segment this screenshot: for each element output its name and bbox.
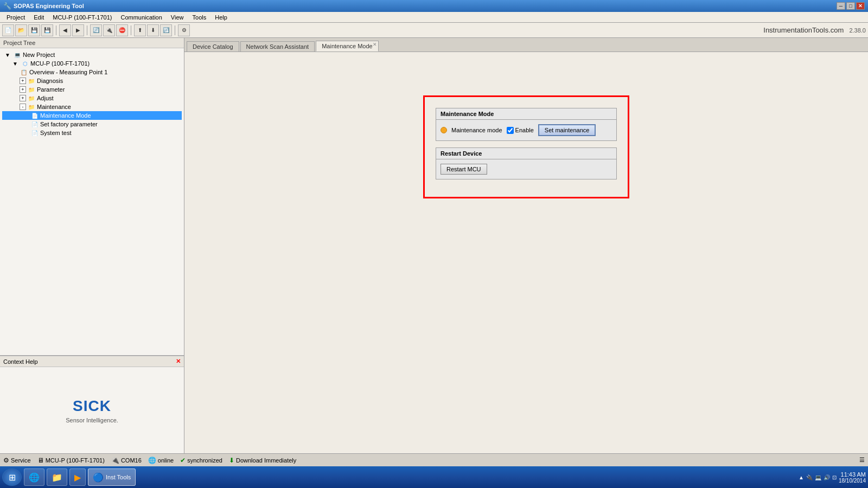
systray-volume[interactable]: 🔊 (824, 474, 830, 480)
tree-item-maintenance-mode[interactable]: 📄 Maintenance Mode (2, 111, 182, 120)
diagnosis-expand[interactable]: + (20, 78, 26, 84)
tab-device-catalog[interactable]: Device Catalog (187, 41, 239, 52)
toolbar-open[interactable]: 📂 (15, 24, 27, 36)
toolbar-refresh[interactable]: 🔄 (90, 24, 102, 36)
adjust-expand[interactable]: + (20, 95, 26, 101)
context-help-label: Context Help (3, 358, 38, 365)
toolbar-connect[interactable]: 🔌 (103, 24, 115, 36)
tree-item-root[interactable]: ▼ 💻 New Project (2, 50, 182, 59)
device-collapse-icon: ▼ (11, 60, 20, 67)
taskbar-ie[interactable]: 🌐 (24, 468, 44, 486)
maximize-button[interactable]: □ (846, 2, 855, 10)
menu-tools[interactable]: Tools (188, 13, 211, 22)
collapse-icon: ▼ (3, 51, 12, 59)
toolbar-settings[interactable]: ⚙ (178, 24, 190, 36)
content-area: Maintenance Mode Maintenance mode Enable… (184, 52, 868, 453)
device-icon: ⬡ (21, 60, 29, 67)
toolbar-new[interactable]: 📄 (2, 24, 14, 36)
tree-factory-param-label: Set factory parameter (40, 121, 98, 127)
maintenance-row: Maintenance mode Enable Set maintenance (441, 124, 612, 136)
tree-device-label: MCU-P (100-FT-1701) (30, 60, 90, 67)
taskbar: ⊞ 🌐 📁 ▶ 🔵 Inst Tools ▲ 🔌 💻 🔊 ⊡ 11:43 AM … (0, 466, 868, 488)
tab-maintenance-mode[interactable]: Maintenance Mode ✕ (316, 41, 379, 52)
diagnosis-folder-icon: 📁 (27, 77, 36, 85)
taskbar-explorer[interactable]: 📁 (47, 468, 67, 486)
tree-item-maintenance[interactable]: - 📁 Maintenance (2, 102, 182, 111)
clock-time: 11:43 AM (839, 471, 866, 478)
status-com: 🔌 COM16 (111, 457, 142, 464)
tab-close-icon[interactable]: ✕ (373, 42, 377, 47)
tab-network-scan[interactable]: Network Scan Assistant (240, 41, 315, 52)
restart-device-content: Restart MCU (436, 159, 616, 179)
tree-item-device[interactable]: ▼ ⬡ MCU-P (100-FT-1701) (2, 59, 182, 68)
sep2 (87, 25, 87, 35)
tree-item-factory-param[interactable]: 📄 Set factory parameter (2, 120, 182, 129)
statusbar-menu-icon[interactable]: ☰ (859, 457, 865, 463)
taskbar-media[interactable]: ▶ (69, 468, 86, 486)
overview-icon: 📋 (20, 68, 28, 76)
tree-item-diagnosis[interactable]: + 📁 Diagnosis (2, 76, 182, 85)
enable-label: Enable (515, 127, 534, 133)
maintenance-mode-group: Maintenance Mode Maintenance mode Enable… (436, 108, 617, 141)
titlebar-controls: ─ □ ✕ (837, 2, 865, 10)
status-dot-icon (441, 127, 447, 133)
sep1 (56, 25, 56, 35)
tree-overview-label: Overview - Measuring Point 1 (29, 69, 107, 75)
minimize-button[interactable]: ─ (837, 2, 845, 10)
toolbar-save2[interactable]: 💾 (41, 24, 53, 36)
enable-checkbox[interactable] (507, 127, 514, 134)
project-tree-header: Project Tree (0, 38, 184, 48)
right-panel: Device Catalog Network Scan Assistant Ma… (184, 38, 868, 453)
main-layout: Project Tree ▼ 💻 New Project ▼ ⬡ MCU-P (… (0, 38, 868, 453)
maintenance-expand[interactable]: - (20, 104, 26, 110)
toolbar-download[interactable]: ⬇ (147, 24, 159, 36)
toolbar-back[interactable]: ◀ (59, 24, 71, 36)
project-tree-panel: Project Tree ▼ 💻 New Project ▼ ⬡ MCU-P (… (0, 38, 184, 356)
systray-expand[interactable]: ▲ (799, 474, 804, 480)
context-help-close[interactable]: ✕ (176, 358, 181, 365)
start-button[interactable]: ⊞ (2, 468, 22, 486)
titlebar-left: 🔧 SOPAS Engineering Tool (3, 2, 84, 10)
toolbar-upload[interactable]: ⬆ (134, 24, 146, 36)
sep3 (131, 25, 131, 35)
context-help-content: SICK Sensor Intelligence. (0, 367, 184, 453)
tree-maintenance-mode-label: Maintenance Mode (40, 112, 91, 119)
menu-project[interactable]: Project (2, 13, 29, 22)
tree-item-overview[interactable]: 📋 Overview - Measuring Point 1 (2, 68, 182, 76)
factory-param-icon: 📄 (30, 120, 39, 128)
tree-diagnosis-label: Diagnosis (37, 78, 63, 84)
systray-monitor: 💻 (815, 474, 821, 480)
menu-help[interactable]: Help (210, 13, 232, 22)
tree-item-parameter[interactable]: + 📁 Parameter (2, 85, 182, 94)
toolbar-save[interactable]: 💾 (28, 24, 40, 36)
systray-network: 🔌 (806, 474, 813, 480)
taskbar-insttools[interactable]: 🔵 Inst Tools (88, 468, 136, 486)
restart-mcu-button[interactable]: Restart MCU (441, 164, 487, 175)
ie-icon: 🌐 (29, 472, 40, 483)
tree-system-test-label: System test (40, 130, 71, 136)
close-button[interactable]: ✕ (856, 2, 865, 10)
mcu-label: MCU-P (100-FT-1701) (46, 457, 105, 464)
system-test-icon: 📄 (30, 129, 39, 137)
status-synchronized: ✔ synchronized (180, 457, 222, 464)
menu-view[interactable]: View (167, 13, 188, 22)
online-icon: 🌐 (148, 457, 156, 464)
service-icon: ⚙ (3, 457, 9, 464)
toolbar-disconnect[interactable]: ⛔ (116, 24, 128, 36)
highlighted-box: Maintenance Mode Maintenance mode Enable… (423, 95, 629, 198)
menu-mcu[interactable]: MCU-P (100-FT-1701) (48, 13, 116, 22)
set-maintenance-button[interactable]: Set maintenance (538, 124, 596, 136)
project-tree-content: ▼ 💻 New Project ▼ ⬡ MCU-P (100-FT-1701) … (0, 48, 184, 355)
menu-edit[interactable]: Edit (29, 13, 48, 22)
status-online: 🌐 online (148, 457, 174, 464)
tree-item-adjust[interactable]: + 📁 Adjust (2, 94, 182, 102)
toolbar-forward[interactable]: ▶ (72, 24, 84, 36)
insttools-icon: 🔵 (93, 472, 104, 483)
restart-device-title: Restart Device (436, 148, 616, 159)
tabs-bar: Device Catalog Network Scan Assistant Ma… (184, 38, 868, 52)
sick-brand-logo: SICK (73, 397, 111, 415)
toolbar-sync[interactable]: 🔃 (160, 24, 172, 36)
menu-communication[interactable]: Communication (116, 13, 166, 22)
tree-item-system-test[interactable]: 📄 System test (2, 129, 182, 137)
parameter-expand[interactable]: + (20, 86, 26, 93)
